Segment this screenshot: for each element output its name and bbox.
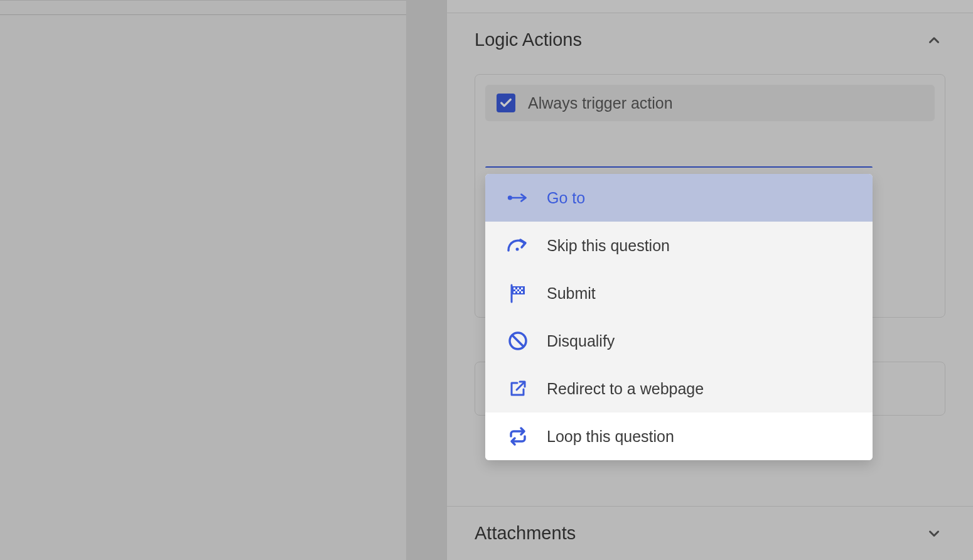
flag-icon bbox=[507, 282, 529, 304]
panel-top-edge bbox=[447, 0, 973, 13]
left-panel bbox=[0, 0, 406, 560]
dropdown-item-disqualify[interactable]: Disqualify bbox=[485, 317, 873, 365]
svg-rect-8 bbox=[519, 289, 521, 291]
svg-point-2 bbox=[516, 248, 519, 251]
dropdown-item-redirect[interactable]: Redirect to a webpage bbox=[485, 365, 873, 412]
attachments-title: Attachments bbox=[475, 523, 576, 544]
svg-point-0 bbox=[508, 195, 512, 200]
dropdown-item-submit[interactable]: Submit bbox=[485, 269, 873, 317]
dropdown-item-label: Go to bbox=[547, 189, 585, 207]
dropdown-top-border bbox=[485, 166, 873, 168]
svg-rect-4 bbox=[513, 288, 515, 289]
svg-rect-11 bbox=[521, 291, 523, 293]
action-dropdown-menu: Go to Skip this question bbox=[485, 174, 873, 460]
dropdown-item-label: Submit bbox=[547, 284, 596, 303]
svg-rect-10 bbox=[517, 291, 519, 293]
dropdown-item-label: Disqualify bbox=[547, 332, 615, 350]
logic-actions-title: Logic Actions bbox=[475, 30, 582, 50]
dropdown-item-label: Skip this question bbox=[547, 237, 670, 255]
panel-gap bbox=[406, 0, 446, 560]
dropdown-item-label: Loop this question bbox=[547, 428, 674, 446]
logic-actions-header[interactable]: Logic Actions bbox=[447, 13, 973, 67]
loop-icon bbox=[507, 425, 529, 448]
chevron-down-icon bbox=[925, 525, 943, 542]
chevron-up-icon bbox=[925, 31, 943, 49]
dropdown-item-goto[interactable]: Go to bbox=[485, 174, 873, 222]
svg-rect-5 bbox=[517, 288, 519, 289]
always-trigger-checkbox[interactable] bbox=[497, 94, 515, 112]
ban-icon bbox=[507, 330, 529, 352]
dropdown-item-loop[interactable]: Loop this question bbox=[485, 412, 873, 460]
goto-icon bbox=[507, 186, 529, 209]
always-trigger-label: Always trigger action bbox=[528, 94, 673, 112]
external-link-icon bbox=[507, 377, 529, 400]
svg-rect-7 bbox=[515, 289, 517, 291]
skip-icon bbox=[507, 234, 529, 257]
dropdown-item-skip[interactable]: Skip this question bbox=[485, 222, 873, 269]
svg-rect-6 bbox=[521, 288, 523, 289]
attachments-section: Attachments bbox=[447, 506, 973, 560]
dropdown-item-label: Redirect to a webpage bbox=[547, 380, 704, 398]
divider bbox=[0, 14, 406, 15]
always-trigger-row[interactable]: Always trigger action bbox=[485, 85, 935, 121]
svg-line-13 bbox=[512, 335, 524, 347]
svg-rect-9 bbox=[513, 291, 515, 293]
attachments-header[interactable]: Attachments bbox=[447, 507, 973, 560]
